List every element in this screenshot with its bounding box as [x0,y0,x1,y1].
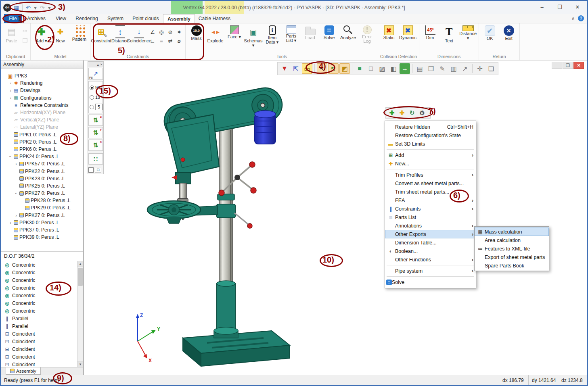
viewport-minimize-button[interactable]: – [552,62,562,69]
tree-item-ppk29-0-perus-l[interactable]: PPK29 0: Perus .L [1,204,83,211]
menu-item-other-functions[interactable]: Other Functions› [385,255,476,264]
expander-icon[interactable]: › [8,81,13,86]
tree-item-ppk22-0-perus-l[interactable]: PPK22 0: Perus .L [1,167,83,175]
dia-icon[interactable] [175,37,183,45]
menu-item-dimension-table[interactable]: Dimension Table... [385,238,476,247]
menu-item-set-3d-limits[interactable]: Set 3D Limits [385,140,476,148]
select-add-icon[interactable]: ↖ [328,63,339,74]
dof-item-concentric[interactable]: Concentric [1,276,77,284]
tree-item-configurations[interactable]: ›Configurations [1,94,83,102]
expander-icon[interactable]: › [8,154,13,159]
menu-item-solve[interactable]: Solve [385,278,476,286]
ribbon-item-data-button[interactable]: Item Data ▾ [263,24,282,52]
radio-90-icon[interactable] [90,86,94,90]
fix-icon[interactable] [166,28,174,36]
tree-item-lateral-yz-plane[interactable]: Lateral(YZ) Plane [1,123,83,131]
pattern-move-button[interactable]: ∷ [88,153,103,165]
copy-icon[interactable] [21,37,29,45]
copy-view-icon[interactable]: ❐ [426,63,436,74]
ribbon-new-button[interactable]: New [51,24,70,52]
snap-90-option[interactable]: 90° [90,83,102,92]
tree-item-ppk57-0-perus-l[interactable]: ›PPK57 0: Perus .L [1,160,83,167]
tree-item-ppk23-0-perus-l[interactable]: PPK23 0: Perus .L [1,175,83,182]
menu-item-mass-calculation[interactable]: Mass calculation [475,227,549,236]
tree-item-ppk24-0-perus-l[interactable]: ›PPK24 0: Perus .L [1,153,83,160]
refresh-settings-icon[interactable]: ↻ [408,108,416,117]
select-box-icon[interactable]: ◩ [339,63,350,74]
snap-15-option[interactable]: 15° [90,92,102,102]
angle-icon[interactable] [149,28,157,36]
tree-item-ppk1-0-perus-l[interactable]: PPK1 0: Perus .L [1,131,83,138]
radio-15-icon[interactable] [90,95,94,100]
tree-item-vertical-xz-plane[interactable]: Vertical(XZ) Plane [1,116,83,123]
close-button[interactable]: ✕ [569,1,586,13]
menu-item-spare-parts-book[interactable]: Spare Parts Book [475,261,549,270]
ribbon-dynamic-button[interactable]: Dynamic [398,24,417,52]
tree-item-ppk37-0-perus-l[interactable]: PPK37 0: Perus .L [1,226,83,234]
scroll-up-icon[interactable]: ▲ [77,261,83,267]
tree-item-ppk3[interactable]: PPK3 [1,72,83,79]
menu-item-restore-configuration-s-state[interactable]: Restore Configuration's State [385,131,476,140]
tree-item-reference-constraints[interactable]: Reference Constraints [1,102,83,109]
print-icon[interactable]: ▥ [448,63,459,74]
dof-item-concentric[interactable]: Concentric [1,261,77,269]
scroll-down-icon[interactable]: ▼ [77,361,83,367]
ribbon-error-log-button[interactable]: Error Log [358,24,377,52]
dof-item-coincident[interactable]: Coincident [1,361,77,367]
expander-icon[interactable]: › [14,161,19,166]
dof-item-concentric[interactable]: Concentric [1,284,77,292]
help-button[interactable]: ? [578,15,584,21]
ribbon-parts-list-button[interactable]: Parts List ▾ [282,24,301,52]
pin-icon[interactable]: ▼ [279,63,290,74]
tree-item-ppk27-0-perus-l[interactable]: ›PPK27 0: Perus .L [1,190,83,197]
save-icon[interactable]: ▦ [13,4,20,12]
menu-item-trim-sheet-metal-parts[interactable]: Trim sheet metal parts... [385,188,476,196]
ribbon-constraint-button[interactable]: Constraint [92,24,111,52]
menu-item-pipe-system[interactable]: Pipe system› [385,267,476,275]
notes-icon[interactable]: ▤ [414,63,425,74]
ribbon-add-button[interactable]: Add ▾ [32,24,51,52]
tab-assembly[interactable]: Assembly [163,14,195,23]
tab-rendering[interactable]: Rendering [71,14,103,23]
menu-item-trim-profiles[interactable]: Trim Profiles› [385,171,476,179]
shaded-view-icon[interactable]: ■ [354,63,365,74]
ribbon-distance-button[interactable]: Distance [111,24,130,52]
snap-options-icon[interactable]: ⊟ [95,167,101,173]
expander-icon[interactable]: › [8,220,13,225]
quick-access-dropdown-icon[interactable]: ▾ [47,4,52,12]
ribbon-coincidence-button[interactable]: Coincidence [130,24,149,52]
ribbon-paste-button[interactable]: Paste [2,24,21,52]
new-component-icon[interactable]: ✚ [398,108,406,117]
tab-cable-harness[interactable]: Cable Harness [195,14,234,23]
radio-custom-icon[interactable] [90,105,94,109]
undo-icon[interactable]: ↶ [25,4,31,12]
tab-view[interactable]: View [51,14,71,23]
tree-item-ppk28-0-perus-l[interactable]: PPK28 0: Perus .L [1,197,83,204]
snap-custom-input[interactable] [95,104,103,110]
select-icon[interactable]: ↖ [317,63,327,74]
ribbon-mass-button[interactable]: Mass [187,24,206,52]
ribbon-distance-button[interactable]: Distance ▾ [458,24,477,52]
cut-icon[interactable] [21,27,29,35]
tab-file[interactable]: File [4,14,22,23]
viewport-restore-button[interactable]: ❐ [563,62,573,69]
snap-panel-collapse-icon[interactable]: ▲ [96,63,99,66]
free-move-button[interactable]: ↗ F8 [88,68,103,80]
maximize-button[interactable]: ❐ [551,1,569,13]
ribbon-schemas-button[interactable]: Schemas ▾ [244,24,263,52]
ribbon-ok-button[interactable]: OK [480,24,499,52]
tab-point-clouds[interactable]: Point clouds [128,14,163,23]
section-view-icon[interactable]: ◧ [388,63,399,74]
menu-item-area-calculation[interactable]: Area calculation [475,236,549,244]
menu-item-convert-as-sheet-metal-parts[interactable]: Convert as sheet metal parts... [385,179,476,188]
ribbon-load-button[interactable]: Load [301,24,320,52]
equal-icon[interactable] [157,37,165,45]
dof-item-concentric[interactable]: Concentric [1,269,77,276]
viewport-close-button[interactable]: ✕ [573,62,584,69]
menu-item-constraints[interactable]: Constraints› [385,204,476,213]
menu-item-other-exports[interactable]: Other Exports› [385,230,476,238]
tree-item-ppk6-0-perus-l[interactable]: PPK6 0: Perus .L [1,146,83,153]
add-component-icon[interactable]: ✚ [387,108,396,117]
menu-item-add[interactable]: Add› [385,151,476,159]
views-window-icon[interactable]: ❏ [486,63,496,74]
